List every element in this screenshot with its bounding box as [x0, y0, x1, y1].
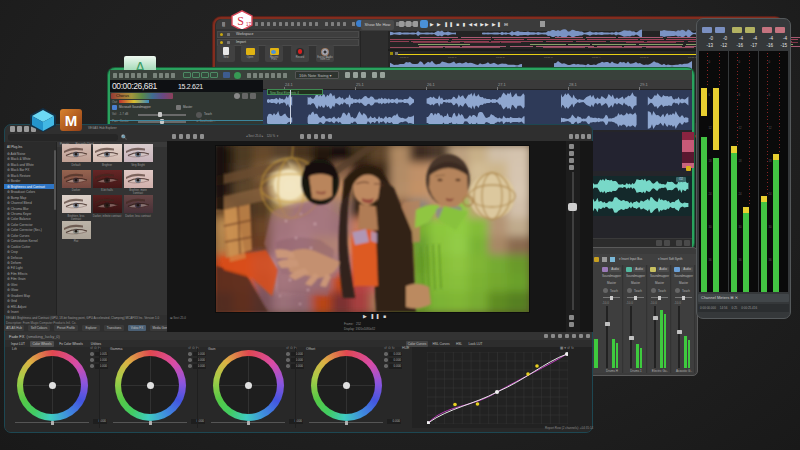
svg-text:S: S — [237, 14, 244, 28]
svg-text:M: M — [65, 112, 78, 129]
svg-text:17: 17 — [246, 22, 252, 27]
